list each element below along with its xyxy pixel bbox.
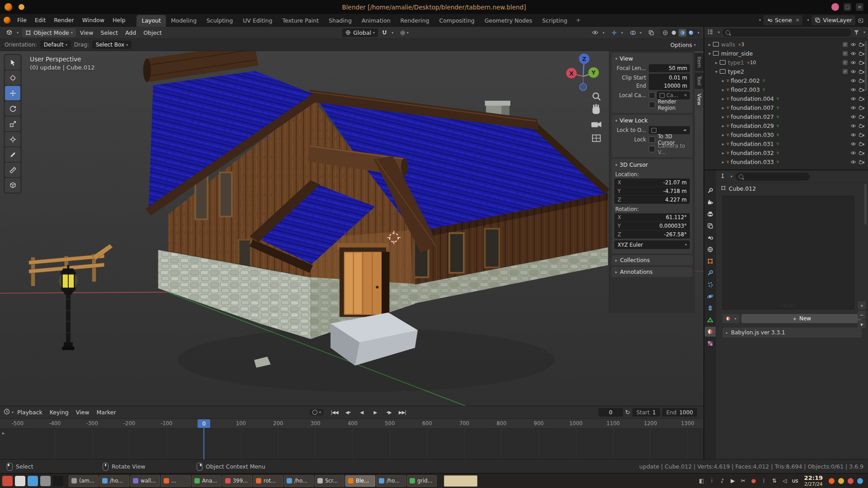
outliner-row-type2[interactable]: ▾type2✓ [704,67,868,76]
cursor-location-y-field[interactable]: Y-4.718 m [614,187,690,196]
outliner-row-foundation-031[interactable]: ▸▿foundation.031▿ [704,139,868,148]
view-lock-header[interactable]: ▾View Lock [613,116,691,125]
expand-caret-icon[interactable]: ▸ [720,87,726,92]
shading-wireframe-button[interactable] [661,29,669,37]
record-indicator-icon[interactable] [831,3,839,11]
hide-in-viewport-toggle[interactable] [850,159,856,165]
terminal-launcher[interactable] [53,476,63,486]
taskbar-window-scr[interactable]: Scr... [315,475,344,487]
outliner-row-foundation-033[interactable]: ▸▿foundation.033▿ [704,157,868,166]
clipper-tray-icon[interactable]: ✂ [740,478,746,484]
properties-tab-particles[interactable] [705,280,716,290]
jump-to-end-button[interactable]: ▶▶| [396,408,409,417]
hide-in-viewport-toggle[interactable] [850,122,856,129]
web-browser-launcher[interactable] [28,476,38,486]
proportional-editing-toggle[interactable]: ◎▾ [397,28,412,37]
viewport-menu-object[interactable]: Object [140,28,165,38]
item-name[interactable]: mirror_side [721,50,753,57]
select-box-tool-button[interactable] [5,55,20,70]
chat-tray-icon[interactable] [857,478,863,484]
taskbar-window-rot[interactable]: rot... [253,475,283,487]
clock[interactable]: 22:19 2/27/24 [804,475,823,487]
item-name[interactable]: walls [721,41,735,48]
workspace-tab-geometry-nodes[interactable]: Geometry Nodes [480,15,537,27]
outliner-row-foundation-032[interactable]: ▸▿foundation.032▿ [704,148,868,157]
item-name[interactable]: floor2.002 [731,77,760,84]
menu-file[interactable]: File [13,15,31,25]
shading-rendered-button[interactable] [687,29,695,37]
sidebar-tab-view[interactable]: View [695,90,703,109]
workspace-tab-layout[interactable]: Layout [137,15,166,27]
item-name[interactable]: foundation.031 [731,141,774,147]
recorder-tray-icon[interactable]: ● [750,478,757,484]
disable-in-renders-toggle[interactable] [859,104,864,111]
item-name[interactable]: floor2.003 [731,86,760,93]
frame-start-field[interactable]: Start1 [632,408,660,417]
disable-in-renders-toggle[interactable] [859,131,864,138]
workspace-tab-shading[interactable]: Shading [324,15,357,27]
gizmo-negative-z-axis[interactable] [580,83,587,90]
restore-window-button[interactable]: ▢ [844,3,851,11]
outliner-mode-caret[interactable]: ▾ [718,30,720,34]
network-tray-icon[interactable]: ⇅ [771,478,778,484]
snap-toggle[interactable]: ▾ [378,29,396,37]
cursor-rotation-z-field[interactable]: Z-267.58° [614,230,690,239]
item-name[interactable]: foundation.030 [731,131,774,138]
disable-in-renders-toggle[interactable] [859,159,864,165]
filter-icon[interactable] [854,30,859,35]
use-preview-range-icon[interactable]: ↻ [625,409,630,416]
expand-caret-icon[interactable]: ▸ [720,105,726,110]
outliner-scrollbar[interactable] [865,41,867,91]
sidebar-tab-item[interactable]: Item [695,53,703,71]
rotation-order-dropdown[interactable]: XYZ Euler▾ [614,240,690,249]
bluetooth-tray-icon[interactable]: ᛒ [761,478,767,484]
properties-tab-object-data[interactable] [705,315,716,325]
outliner-search-input[interactable] [722,28,851,37]
hide-in-viewport-toggle[interactable] [850,131,856,138]
outliner-row-foundation-004[interactable]: ▸▿foundation.004▿ [704,94,868,103]
taskbar-window-ho[interactable]: /ho... [284,475,314,487]
properties-tab-tool[interactable] [705,186,716,196]
timeline-ruler[interactable]: -500-400-300-200-10001002003004005006007… [0,419,703,429]
taskbar-window-blank[interactable] [444,475,477,487]
disable-in-renders-toggle[interactable] [859,122,864,129]
exclude-checkbox[interactable]: ✓ [843,42,848,47]
disable-in-renders-toggle[interactable] [859,113,864,120]
exclude-checkbox[interactable]: ✓ [843,51,848,56]
xray-toggle[interactable] [645,29,660,37]
annotate-tool-button[interactable] [5,147,20,162]
disable-in-renders-toggle[interactable] [859,95,864,102]
clear-camera-icon[interactable]: ✕ [684,93,687,98]
new-viewlayer-icon[interactable] [858,17,864,23]
outliner-editor-icon[interactable] [707,29,713,36]
disable-in-renders-toggle[interactable] [859,141,864,147]
shading-options-caret[interactable]: ▾ [698,31,699,35]
transform-orientation-dropdown[interactable]: Global ▾ [342,28,378,37]
playhead[interactable]: 0 [198,419,210,428]
exclude-checkbox[interactable]: ✓ [843,60,848,65]
hide-in-viewport-toggle[interactable] [850,95,856,102]
filter-caret[interactable]: ▾ [863,30,865,34]
blender-menu-icon[interactable] [4,17,10,23]
taskbar-window-ble[interactable]: Ble... [345,475,375,487]
viewport-menu-select[interactable]: Select [97,28,122,38]
rotate-tool-button[interactable] [5,101,20,116]
pet-app-tray-icon[interactable] [838,478,844,484]
timeline-menu-view[interactable]: View [72,408,93,417]
taskbar-window-item[interactable]: ... [161,475,191,487]
menu-edit[interactable]: Edit [31,15,50,25]
camera-to-view-checkbox[interactable] [649,146,655,152]
properties-tab-texture[interactable] [705,338,716,348]
lock-to-3d-cursor-checkbox[interactable] [649,136,655,143]
show-object-types-dropdown[interactable]: ▾ [589,29,608,36]
shading-material-preview-button[interactable] [679,29,686,37]
expand-caret-icon[interactable]: ▸ [720,96,726,101]
exclude-checkbox[interactable]: ✓ [843,69,848,74]
workspace-tab-modeling[interactable]: Modeling [166,15,202,27]
hide-in-viewport-toggle[interactable] [850,77,856,84]
outliner-row-foundation-027[interactable]: ▸▿foundation.027▿ [704,112,868,121]
orientation-default-dropdown[interactable]: Default▾ [40,41,71,49]
workspace-tab-animation[interactable]: Animation [357,15,396,27]
hide-in-viewport-toggle[interactable] [850,59,856,66]
hide-in-viewport-toggle[interactable] [850,68,856,75]
